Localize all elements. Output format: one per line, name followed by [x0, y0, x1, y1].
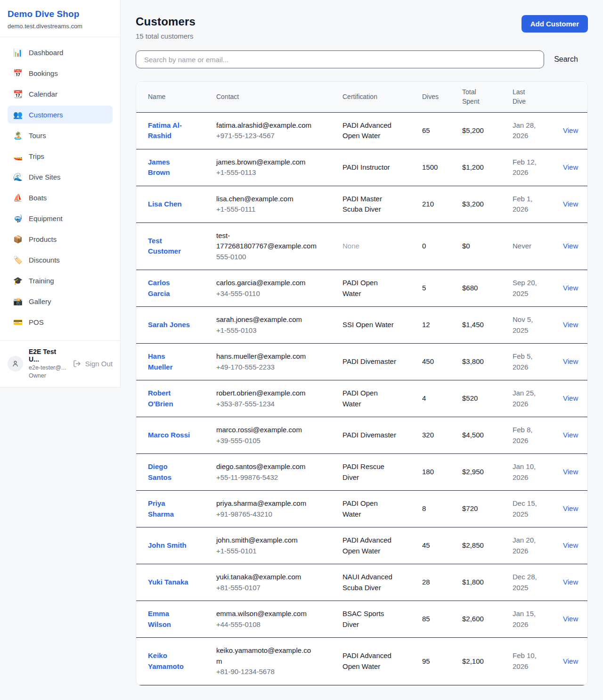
customer-dives: 5 — [422, 284, 426, 292]
customer-phone: +81-90-1234-5678 — [216, 667, 317, 677]
customer-name-link[interactable]: Carlos Garcia — [148, 279, 170, 297]
view-customer-link[interactable]: View — [563, 163, 578, 171]
customer-name-link[interactable]: Fatima Al-Rashid — [148, 121, 182, 140]
customer-last-dive: Dec 15, 2025 — [513, 499, 537, 518]
view-customer-link[interactable]: View — [563, 394, 578, 402]
sidebar-item-label: Trips — [29, 152, 44, 160]
customer-row: Keiko Yamamoto keiko.yamamoto@example.co… — [136, 638, 588, 685]
user-section: E2E Test U... e2e-tester@... Owner Sign … — [0, 340, 120, 387]
sidebar-item-products[interactable]: 📦 Products — [8, 230, 113, 248]
view-customer-link[interactable]: View — [563, 126, 578, 134]
view-customer-link[interactable]: View — [563, 242, 578, 250]
customer-certification: BSAC Sports Diver — [342, 609, 384, 628]
customer-email: james.brown@example.com — [216, 157, 317, 168]
customer-total-spent: $1,800 — [462, 578, 484, 586]
user-name: E2E Test U... — [29, 348, 67, 363]
customer-phone: +971-55-123-4567 — [216, 131, 317, 141]
customer-dives: 1500 — [422, 163, 438, 171]
customer-email: sarah.jones@example.com — [216, 314, 317, 325]
sidebar-item-bookings[interactable]: 📅 Bookings — [8, 64, 113, 82]
sidebar-item-equipment[interactable]: 🤿 Equipment — [8, 209, 113, 227]
sidebar: Demo Dive Shop demo.test.divestreams.com… — [0, 0, 121, 387]
shop-title: Demo Dive Shop — [8, 9, 113, 19]
add-customer-button[interactable]: Add Customer — [522, 15, 588, 33]
package-icon: 📦 — [13, 235, 23, 244]
customer-name-link[interactable]: James Brown — [148, 158, 170, 177]
search-input[interactable] — [136, 50, 544, 68]
view-customer-link[interactable]: View — [563, 321, 578, 329]
sidebar-item-discounts[interactable]: 🏷️ Discounts — [8, 251, 113, 269]
island-icon: 🏝️ — [13, 131, 23, 140]
view-customer-link[interactable]: View — [563, 284, 578, 292]
logout-icon — [73, 360, 81, 368]
customer-last-dive: Feb 1, 2026 — [513, 195, 533, 214]
bar-chart-icon: 📊 — [13, 48, 23, 57]
customer-name-link[interactable]: Diego Santos — [148, 462, 171, 481]
sidebar-item-trips[interactable]: 🚤 Trips — [8, 147, 113, 165]
sidebar-item-tours[interactable]: 🏝️ Tours — [8, 126, 113, 144]
sign-out-button[interactable]: Sign Out — [73, 360, 113, 368]
view-customer-link[interactable]: View — [563, 468, 578, 476]
customer-certification: PADI Master Scuba Diver — [342, 195, 382, 214]
customer-certification: NAUI Advanced Scuba Diver — [342, 573, 392, 592]
column-header-certification: Certification — [342, 82, 422, 112]
search-button[interactable]: Search — [544, 55, 588, 64]
sidebar-nav: 📊 Dashboard 📅 Bookings 📆 Calendar 👥 Cust… — [0, 37, 120, 340]
sidebar-item-pos[interactable]: 💳 POS — [8, 313, 113, 331]
customer-name-link[interactable]: Hans Mueller — [148, 352, 173, 371]
customer-certification: PADI Advanced Open Water — [342, 121, 391, 140]
sidebar-item-boats[interactable]: ⛵ Boats — [8, 189, 113, 206]
customer-row: Robert O'Brien robert.obrien@example.com… — [136, 380, 588, 417]
sailboat-icon: ⛵ — [13, 193, 23, 202]
column-header-dives: Dives — [422, 82, 462, 112]
view-customer-link[interactable]: View — [563, 431, 578, 439]
sidebar-item-label: Products — [29, 235, 57, 243]
view-customer-link[interactable]: View — [563, 578, 578, 586]
customer-last-dive: Jan 10, 2026 — [513, 462, 536, 481]
customer-name-link[interactable]: Marco Rossi — [148, 431, 190, 439]
customer-phone: +1-555-0111 — [216, 204, 317, 215]
view-customer-link[interactable]: View — [563, 357, 578, 365]
customer-name-link[interactable]: Priya Sharma — [148, 499, 174, 518]
view-customer-link[interactable]: View — [563, 657, 578, 665]
sidebar-item-customers[interactable]: 👥 Customers — [8, 106, 113, 124]
customer-name-link[interactable]: Sarah Jones — [148, 321, 190, 329]
customer-row: Lisa Chen lisa.chen@example.com +1-555-0… — [136, 186, 588, 222]
customer-total-spent: $1,200 — [462, 163, 484, 171]
customer-name-link[interactable]: Yuki Tanaka — [148, 578, 188, 586]
customer-last-dive: Jan 20, 2026 — [513, 536, 536, 555]
avatar — [8, 356, 23, 371]
customer-last-dive: Jan 15, 2026 — [513, 609, 536, 628]
customer-name-link[interactable]: Keiko Yamamoto — [148, 651, 184, 670]
sidebar-item-label: Training — [29, 277, 54, 285]
customer-row: Priya Sharma priya.sharma@example.com +9… — [136, 491, 588, 527]
view-customer-link[interactable]: View — [563, 615, 578, 623]
sidebar-item-label: Equipment — [29, 214, 63, 222]
view-customer-link[interactable]: View — [563, 200, 578, 208]
customer-name-link[interactable]: Robert O'Brien — [148, 389, 173, 408]
customer-email: john.smith@example.com — [216, 535, 317, 546]
sidebar-item-dashboard[interactable]: 📊 Dashboard — [8, 43, 113, 61]
view-customer-link[interactable]: View — [563, 504, 578, 512]
sidebar-item-dive-sites[interactable]: 🌊 Dive Sites — [8, 168, 113, 186]
customer-name-link[interactable]: John Smith — [148, 541, 187, 549]
view-customer-link[interactable]: View — [563, 541, 578, 549]
customer-count: 15 total customers — [136, 32, 196, 40]
customer-row: Sarah Jones sarah.jones@example.com +1-5… — [136, 307, 588, 344]
customer-name-link[interactable]: Lisa Chen — [148, 200, 182, 208]
customer-row: James Brown james.brown@example.com +1-5… — [136, 149, 588, 186]
brand-block: Demo Dive Shop demo.test.divestreams.com — [0, 0, 120, 37]
customers-table: Name Contact Certification Dives Total S… — [136, 82, 588, 685]
page-header: Customers 15 total customers Add Custome… — [136, 15, 588, 40]
customer-certification: PADI Advanced Open Water — [342, 651, 391, 670]
customer-dives: 28 — [422, 578, 430, 586]
customer-name-link[interactable]: Emma Wilson — [148, 609, 171, 628]
sidebar-item-gallery[interactable]: 📸 Gallery — [8, 292, 113, 310]
customer-name-link[interactable]: Test Customer — [148, 237, 181, 255]
customer-last-dive: Sep 20, 2025 — [513, 279, 537, 297]
customer-last-dive: Dec 28, 2025 — [513, 573, 537, 592]
sidebar-item-calendar[interactable]: 📆 Calendar — [8, 85, 113, 103]
customer-row: Hans Mueller hans.mueller@example.com +4… — [136, 344, 588, 380]
sidebar-item-training[interactable]: 🎓 Training — [8, 272, 113, 289]
customer-phone: 555-0100 — [216, 252, 317, 263]
